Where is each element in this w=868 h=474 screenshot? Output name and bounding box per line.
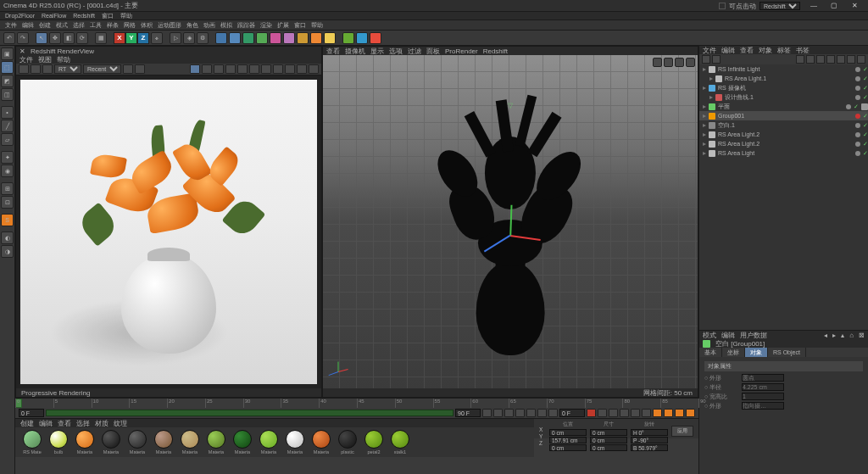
obj-menu-1[interactable]: 编辑	[721, 46, 735, 55]
enable-check-icon[interactable]: ✓	[863, 75, 868, 82]
enable-check-icon[interactable]: ✓	[863, 85, 868, 92]
enable-check-icon[interactable]: ✓	[863, 122, 868, 129]
mat-menu-4[interactable]: 材质	[95, 419, 108, 428]
main-menu-15[interactable]: 扩展	[277, 21, 289, 30]
attr-nav-lock[interactable]: ⊠	[859, 332, 865, 339]
pos-z-field[interactable]	[549, 444, 587, 451]
snap-settings-button[interactable]: ⊡	[1, 196, 14, 209]
enable-check-icon[interactable]: ✓	[863, 141, 868, 148]
material-5[interactable]: Materia	[152, 430, 175, 454]
window-close[interactable]: ✕	[844, 1, 865, 11]
snap-toggle-button[interactable]: ⊞	[1, 182, 14, 195]
rv-play-button[interactable]	[19, 64, 29, 74]
material-6[interactable]: Materia	[178, 430, 202, 454]
tl-autokey[interactable]	[598, 409, 607, 417]
plugin-menu-0[interactable]: Drop2Floor	[5, 13, 35, 19]
attr-tab-1[interactable]: 坐标	[722, 348, 745, 357]
misc-2-button[interactable]: ◑	[1, 245, 14, 258]
expand-icon[interactable]: ▸	[709, 93, 713, 101]
obj-row-5[interactable]: ▸Group001✓	[699, 111, 868, 120]
expand-icon[interactable]: ▸	[703, 121, 706, 129]
obj-row-0[interactable]: ▸RS Infinite Light✓	[699, 64, 868, 74]
obj-menu-4[interactable]: 标签	[777, 46, 791, 55]
size-x-field[interactable]	[590, 429, 627, 436]
visibility-dot[interactable]	[855, 142, 860, 147]
light-button[interactable]	[324, 32, 336, 44]
rv-quality-select[interactable]: Recent	[83, 64, 121, 74]
visibility-dot[interactable]	[855, 123, 860, 128]
attr-nav-prev[interactable]: ◂	[824, 332, 827, 339]
plugin-menu-4[interactable]: 帮助	[120, 12, 132, 20]
material-12[interactable]: plastic	[336, 430, 359, 454]
undo-button[interactable]: ↶	[3, 32, 15, 44]
expand-icon[interactable]: ▸	[703, 84, 706, 92]
main-menu-11[interactable]: 动画	[203, 21, 215, 30]
attr-value-field[interactable]	[742, 383, 784, 391]
obj-menu-5[interactable]: 书签	[796, 46, 810, 55]
attr-nav-home[interactable]: ⌂	[849, 332, 854, 339]
main-menu-9[interactable]: 运动图形	[158, 21, 181, 30]
tl-key-pos[interactable]	[609, 409, 618, 417]
visibility-dot[interactable]	[855, 95, 860, 100]
tl-opt-1[interactable]	[664, 409, 673, 417]
enable-check-icon[interactable]: ✓	[863, 150, 868, 157]
attr-tab-0[interactable]: 基本	[699, 348, 722, 357]
plugin-menu-2[interactable]: Redshift	[73, 13, 95, 19]
main-menu-10[interactable]: 角色	[186, 21, 198, 30]
redo-button[interactable]: ↷	[17, 32, 29, 44]
material-14[interactable]: stalk1	[388, 430, 412, 454]
move-tool[interactable]: ✥	[49, 32, 61, 44]
rot-h-field[interactable]	[631, 429, 668, 436]
vp-nav-2[interactable]	[664, 58, 673, 67]
rv-snapshot-button[interactable]	[214, 64, 224, 74]
select-tool[interactable]: ↖	[36, 32, 47, 44]
rv-g-button[interactable]	[309, 64, 319, 74]
model-mode-button[interactable]: ⬚	[1, 61, 14, 74]
mat-menu-0[interactable]: 创建	[20, 419, 34, 428]
obj-row-4[interactable]: ▸平面✓	[699, 102, 868, 111]
attr-tab-3[interactable]: RS Object	[768, 348, 806, 357]
viewport-canvas[interactable]: ▽	[323, 55, 698, 388]
rv-region-button[interactable]	[135, 64, 145, 74]
rs-tool-2[interactable]	[356, 32, 368, 44]
material-8[interactable]: Materia	[231, 430, 254, 454]
expand-icon[interactable]: ▸	[703, 103, 706, 110]
attr-tab-2[interactable]: 对象	[745, 348, 768, 357]
material-2[interactable]: Materia	[73, 430, 97, 454]
tl-key-pla[interactable]	[653, 409, 662, 417]
coord-apply-button[interactable]: 应用	[671, 426, 693, 437]
obj-row-7[interactable]: ▸RS Area Light.2✓	[699, 130, 868, 139]
tl-key-param[interactable]	[642, 409, 651, 417]
material-0[interactable]: RS Mate	[20, 430, 44, 454]
axis-lock-xyz[interactable]: X Y Z	[114, 32, 149, 44]
obj-row-2[interactable]: ▸RS 摄像机✓	[699, 83, 868, 92]
rs-tool-3[interactable]	[370, 32, 381, 44]
expand-icon[interactable]: ▸	[703, 112, 706, 120]
rv-d-button[interactable]	[273, 64, 283, 74]
attr-nav-next[interactable]: ▸	[832, 332, 836, 339]
enable-check-icon[interactable]: ✓	[863, 66, 868, 73]
window-minimize[interactable]: —	[804, 1, 824, 11]
object-manager[interactable]: ▸RS Infinite Light✓▸RS Area Light.1✓▸RS …	[699, 64, 868, 166]
camera-button[interactable]	[310, 32, 322, 44]
vp-menu-7[interactable]: Redshift	[483, 47, 508, 55]
rv-save-button[interactable]	[225, 64, 236, 74]
visibility-dot[interactable]	[855, 151, 860, 156]
plugin-menu-1[interactable]: RealFlow	[42, 13, 66, 19]
obj-row-9[interactable]: ▸RS Area Light✓	[699, 148, 868, 158]
obj-menu-0[interactable]: 文件	[703, 46, 716, 55]
tl-prev-key[interactable]	[493, 409, 503, 417]
rv-b-button[interactable]	[249, 64, 259, 74]
prim-spline-button[interactable]	[229, 32, 241, 44]
tag-icon[interactable]	[861, 103, 868, 110]
tl-play[interactable]	[515, 409, 525, 417]
attr-nav-up[interactable]: ▴	[841, 332, 844, 339]
coord-system-button[interactable]: 🜨	[151, 32, 163, 44]
volume-button[interactable]	[297, 32, 309, 44]
material-11[interactable]: Materia	[309, 430, 333, 454]
obj-tool-2[interactable]	[712, 55, 721, 64]
visibility-dot[interactable]	[855, 132, 860, 137]
tl-cur-field[interactable]	[559, 409, 585, 417]
expand-icon[interactable]: ▸	[703, 149, 706, 157]
enable-check-icon[interactable]: ✓	[863, 94, 868, 101]
